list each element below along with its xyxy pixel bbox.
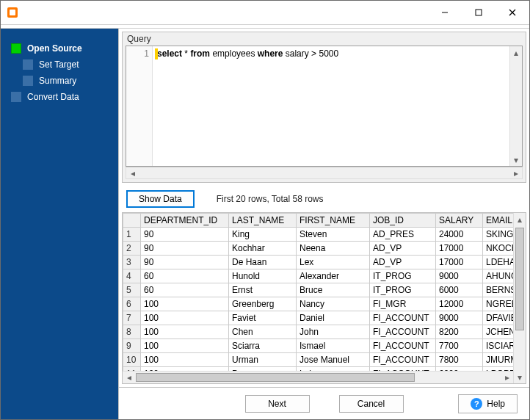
- table-row[interactable]: 290KochharNeenaAD_VP17000NKOCHH: [123, 242, 514, 256]
- cell[interactable]: ISCIARRA: [483, 339, 514, 353]
- cell[interactable]: IT_PROG: [370, 283, 436, 297]
- row-number[interactable]: 10: [123, 353, 141, 367]
- cell[interactable]: JMURMA: [483, 353, 514, 367]
- column-header[interactable]: FIRST_NAME: [297, 214, 370, 228]
- cell[interactable]: IT_PROG: [370, 269, 436, 283]
- cell[interactable]: SKING: [483, 228, 514, 242]
- cell[interactable]: Hunold: [229, 269, 297, 283]
- column-header[interactable]: DEPARTMENT_ID: [141, 214, 229, 228]
- cell[interactable]: Bruce: [297, 283, 370, 297]
- scroll-left-icon[interactable]: ◂: [126, 167, 139, 178]
- row-number[interactable]: 2: [123, 242, 141, 256]
- column-header[interactable]: SALARY: [436, 214, 483, 228]
- cell[interactable]: Daniel: [297, 311, 370, 325]
- cell[interactable]: Nancy: [297, 297, 370, 311]
- cell[interactable]: Urman: [229, 353, 297, 367]
- cell[interactable]: 7700: [436, 339, 483, 353]
- cell[interactable]: 100: [141, 353, 229, 367]
- row-number[interactable]: 7: [123, 311, 141, 325]
- cell[interactable]: 8200: [436, 325, 483, 339]
- cell[interactable]: JCHEN: [483, 325, 514, 339]
- row-number[interactable]: 5: [123, 283, 141, 297]
- grid-vertical-scrollbar[interactable]: ▴ ▾: [513, 213, 526, 383]
- table-row[interactable]: 8100ChenJohnFI_ACCOUNT8200JCHEN: [123, 325, 514, 339]
- cell[interactable]: 6000: [436, 283, 483, 297]
- cell[interactable]: FI_ACCOUNT: [370, 311, 436, 325]
- cell[interactable]: AD_VP: [370, 242, 436, 256]
- cancel-button[interactable]: Cancel: [339, 395, 404, 413]
- cell[interactable]: 100: [141, 311, 229, 325]
- maximize-button[interactable]: [462, 1, 495, 24]
- table-row[interactable]: 190KingStevenAD_PRES24000SKING: [123, 228, 514, 242]
- cell[interactable]: AHUNOL: [483, 269, 514, 283]
- cell[interactable]: FI_ACCOUNT: [370, 353, 436, 367]
- next-button[interactable]: Next: [245, 395, 310, 413]
- cell[interactable]: BERNST: [483, 283, 514, 297]
- close-button[interactable]: [495, 1, 529, 24]
- column-header[interactable]: EMAIL: [483, 214, 514, 228]
- scroll-up-icon[interactable]: ▴: [514, 213, 526, 225]
- table-row[interactable]: 390De HaanLexAD_VP17000LDEHAAN: [123, 256, 514, 269]
- cell[interactable]: Kochhar: [229, 242, 297, 256]
- column-header[interactable]: LAST_NAME: [229, 214, 297, 228]
- table-row[interactable]: 6100GreenbergNancyFI_MGR12000NGREENE: [123, 297, 514, 311]
- editor-vertical-scrollbar[interactable]: ▴ ▾: [509, 46, 522, 166]
- cell[interactable]: 100: [141, 297, 229, 311]
- cell[interactable]: Neena: [297, 242, 370, 256]
- cell[interactable]: 17000: [436, 256, 483, 269]
- cell[interactable]: Chen: [229, 325, 297, 339]
- cell[interactable]: 90: [141, 228, 229, 242]
- scroll-down-icon[interactable]: ▾: [510, 153, 522, 166]
- editor-horizontal-scrollbar[interactable]: ◂ ▸: [126, 167, 523, 179]
- cell[interactable]: Jose Manuel: [297, 353, 370, 367]
- scroll-left-icon[interactable]: ◂: [123, 372, 135, 383]
- cell[interactable]: NGREENE: [483, 297, 514, 311]
- wizard-step-summary[interactable]: Summary: [23, 76, 111, 86]
- table-row[interactable]: 9100SciarraIsmaelFI_ACCOUNT7700ISCIARRA: [123, 339, 514, 353]
- cell[interactable]: 9000: [436, 269, 483, 283]
- column-header[interactable]: JOB_ID: [370, 214, 436, 228]
- grid-viewport[interactable]: DEPARTMENT_IDLAST_NAMEFIRST_NAMEJOB_IDSA…: [123, 213, 513, 383]
- show-data-button[interactable]: Show Data: [126, 190, 195, 208]
- cell[interactable]: 60: [141, 269, 229, 283]
- table-row[interactable]: 7100FavietDanielFI_ACCOUNT9000DFAVIET: [123, 311, 514, 325]
- scroll-down-icon[interactable]: ▾: [514, 371, 526, 383]
- cell[interactable]: John: [297, 325, 370, 339]
- wizard-step-set-target[interactable]: Set Target: [23, 59, 111, 70]
- cell[interactable]: 100: [141, 325, 229, 339]
- cell[interactable]: 100: [141, 339, 229, 353]
- row-number[interactable]: 8: [123, 325, 141, 339]
- cell[interactable]: De Haan: [229, 256, 297, 269]
- table-row[interactable]: 10100UrmanJose ManuelFI_ACCOUNT7800JMURM…: [123, 353, 514, 367]
- cell[interactable]: DFAVIET: [483, 311, 514, 325]
- cell[interactable]: Ismael: [297, 339, 370, 353]
- cell[interactable]: King: [229, 228, 297, 242]
- cell[interactable]: Alexander: [297, 269, 370, 283]
- titlebar[interactable]: [1, 1, 529, 24]
- scrollbar-thumb[interactable]: [515, 228, 524, 330]
- cell[interactable]: Steven: [297, 228, 370, 242]
- cell[interactable]: 24000: [436, 228, 483, 242]
- cell[interactable]: Faviet: [229, 311, 297, 325]
- row-number[interactable]: 3: [123, 256, 141, 269]
- grid-horizontal-scrollbar[interactable]: ◂ ▸: [123, 371, 513, 383]
- cell[interactable]: Ernst: [229, 283, 297, 297]
- cell[interactable]: FI_MGR: [370, 297, 436, 311]
- cell[interactable]: Lex: [297, 256, 370, 269]
- cell[interactable]: LDEHAAN: [483, 256, 514, 269]
- scroll-right-icon[interactable]: ▸: [501, 372, 513, 383]
- cell[interactable]: NKOCHH: [483, 242, 514, 256]
- wizard-step-open-source[interactable]: Open Source: [11, 43, 111, 54]
- row-number[interactable]: 6: [123, 297, 141, 311]
- row-number[interactable]: 9: [123, 339, 141, 353]
- table-row[interactable]: 460HunoldAlexanderIT_PROG9000AHUNOL: [123, 269, 514, 283]
- wizard-step-convert-data[interactable]: Convert Data: [11, 92, 111, 102]
- scrollbar-thumb[interactable]: [136, 373, 415, 382]
- row-number[interactable]: 1: [123, 228, 141, 242]
- cell[interactable]: 12000: [436, 297, 483, 311]
- cell[interactable]: Greenberg: [229, 297, 297, 311]
- help-button[interactable]: ? Help: [458, 394, 518, 413]
- cell[interactable]: 90: [141, 256, 229, 269]
- cell[interactable]: 90: [141, 242, 229, 256]
- cell[interactable]: 60: [141, 283, 229, 297]
